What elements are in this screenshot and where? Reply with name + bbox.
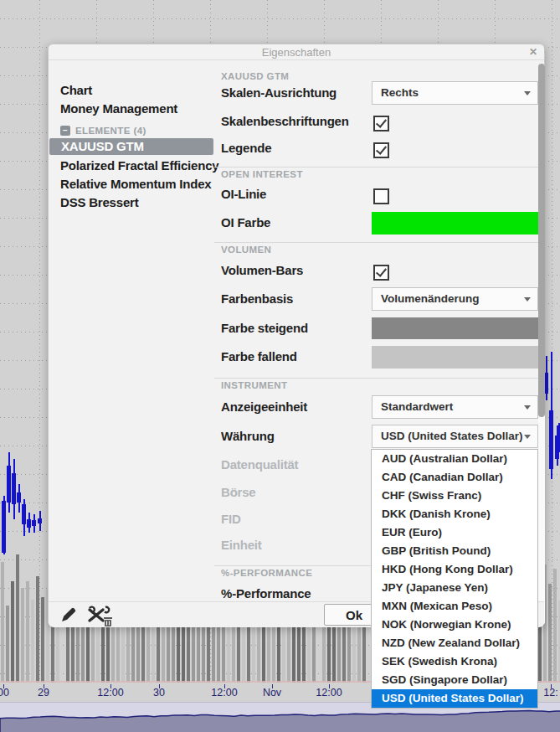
volume-bar <box>21 588 24 683</box>
currency-option[interactable]: HKD (Hong Kong Dollar) <box>372 560 537 579</box>
currency-option[interactable]: GBP (British Pound) <box>372 542 537 560</box>
label-fid: FID <box>221 511 241 528</box>
sidebar: Chart Money Management −ELEMENTE (4) XAU… <box>49 59 214 601</box>
axis-tick-label: 12:00 <box>211 687 237 698</box>
chevron-down-icon <box>524 435 531 439</box>
currency-option[interactable]: MXN (Mexican Peso) <box>372 597 537 616</box>
currency-option[interactable]: JPY (Japanese Yen) <box>372 579 537 597</box>
dropdown-waehrung[interactable]: USD (United States Dollar) <box>372 425 538 448</box>
dropdown-value: USD (United States Dollar) <box>381 425 523 447</box>
label-oi-farbe: OI Farbe <box>221 214 270 231</box>
candlestick-body <box>2 501 6 553</box>
candlestick-body <box>22 504 26 524</box>
gridline <box>552 0 552 683</box>
volume-bar <box>257 618 260 683</box>
candlestick-body <box>7 466 11 503</box>
close-icon[interactable]: ✕ <box>529 46 537 58</box>
section-header-instrument: INSTRUMENT <box>221 379 287 391</box>
label-oi-linie: OI-Linie <box>221 186 266 203</box>
volume-bar <box>31 600 34 683</box>
axis-tick-label: 12:00 <box>97 687 123 698</box>
label-farbenbasis: Farbenbasis <box>221 291 293 307</box>
volume-bar <box>1 562 4 683</box>
sidebar-group-label: ELEMENTE (4) <box>75 126 146 136</box>
gridline <box>0 18 560 19</box>
divider <box>214 167 538 168</box>
tools-delete-icon[interactable] <box>85 605 114 630</box>
currency-dropdown-list: AUD (Australian Dollar)CAD (Canadian Dol… <box>371 449 538 709</box>
checkbox-volumen-bars[interactable] <box>373 265 389 281</box>
color-swatch-farbe-steigend[interactable] <box>372 317 538 339</box>
currency-option[interactable]: CAD (Canadian Dollar) <box>372 468 537 487</box>
sidebar-item-dss-bressert[interactable]: DSS Bressert <box>49 193 214 212</box>
volume-bar <box>327 620 331 683</box>
label-waehrung: Währung <box>221 428 275 445</box>
label-skalenbeschriftungen: Skalenbeschriftungen <box>221 113 349 130</box>
collapse-icon[interactable]: − <box>60 126 70 136</box>
dropdown-skalen-ausrichtung[interactable]: Rechts <box>372 81 538 105</box>
color-swatch-farbe-fallend[interactable] <box>372 346 538 369</box>
sidebar-item-money-management[interactable]: Money Management <box>49 100 214 118</box>
volume-bar <box>36 576 39 683</box>
currency-option[interactable]: AUD (Australian Dollar) <box>372 450 537 468</box>
dialog-titlebar[interactable]: Eigenschaften ✕ <box>49 44 544 59</box>
currency-option[interactable]: NZD (New Zealand Dollar) <box>372 634 537 652</box>
volume-bar <box>26 581 29 683</box>
section-header-performance: %-PERFORMANCE <box>221 567 312 579</box>
volume-bar <box>292 619 295 683</box>
currency-option[interactable]: NOK (Norwegian Krone) <box>372 616 537 634</box>
sidebar-group-elemente[interactable]: −ELEMENTE (4) <box>49 124 214 136</box>
dropdown-anzeigeeinheit[interactable]: Standardwert <box>372 395 538 419</box>
axis-tick-label: 12: <box>543 687 557 698</box>
axis-tick-label: 12:00 <box>316 687 342 698</box>
volume-bar <box>11 581 14 683</box>
currency-option[interactable]: EUR (Euro) <box>372 523 537 542</box>
currency-option[interactable]: USD (United States Dollar) <box>372 689 537 708</box>
color-swatch-oi-farbe[interactable] <box>372 212 538 235</box>
currency-option[interactable]: SGD (Singapore Dollar) <box>372 671 537 689</box>
gridline <box>39 0 40 683</box>
volume-bar <box>227 620 230 683</box>
dropdown-farbenbasis[interactable]: Volumenänderung <box>372 287 538 311</box>
label-performance: %-Performance <box>221 585 311 602</box>
chevron-down-icon <box>524 297 531 302</box>
app-window: 002912:003012:00Nov12:0012: Eigenschafte… <box>0 0 560 732</box>
volume-bar <box>553 569 557 683</box>
volume-bar <box>247 618 250 683</box>
axis-tick-label: 00 <box>0 687 9 698</box>
divider <box>214 242 538 243</box>
sidebar-item-polarized-fractal-efficiency[interactable]: Polarized Fractal Efficiency <box>49 157 214 175</box>
candlestick-body <box>32 520 36 526</box>
sidebar-item-relative-momentum-index[interactable]: Relative Momentum Index <box>49 175 214 193</box>
dropdown-value: Standardwert <box>381 396 453 418</box>
volume-bar <box>6 606 9 683</box>
dialog-title: Eigenschaften <box>49 46 544 59</box>
chevron-down-icon <box>524 405 531 410</box>
currency-option[interactable]: CHF (Swiss Franc) <box>372 487 537 505</box>
candlestick-body <box>17 492 21 503</box>
currency-option[interactable]: SEK (Swedish Krona) <box>372 652 537 671</box>
scrollbar-thumb[interactable] <box>538 64 545 417</box>
edit-pencil-icon[interactable] <box>59 605 79 628</box>
checkbox-legende[interactable] <box>373 142 389 158</box>
volume-bar <box>347 619 351 683</box>
currency-option[interactable]: DKK (Danish Krone) <box>372 505 537 523</box>
label-legende: Legende <box>221 140 271 157</box>
sidebar-item-chart[interactable]: Chart <box>49 81 214 100</box>
label-farbe-steigend: Farbe steigend <box>221 320 308 337</box>
volume-bar <box>548 584 552 683</box>
section-header-element: XAUUSD GTM <box>221 70 289 82</box>
volume-bar <box>16 554 19 683</box>
section-header-volumen: VOLUMEN <box>221 244 271 255</box>
axis-tick-label: 29 <box>38 687 49 698</box>
candlestick-body <box>38 518 42 523</box>
label-volumen-bars: Volumen-Bars <box>221 262 303 279</box>
sidebar-item-xauusd-gtm[interactable]: XAUUSD GTM <box>49 138 213 155</box>
chevron-down-icon <box>524 91 531 95</box>
checkbox-oi-linie[interactable] <box>373 188 389 204</box>
dropdown-value: Volumenänderung <box>381 288 480 310</box>
candlestick-body <box>549 410 553 469</box>
label-anzeigeeinheit: Anzeigeeinheit <box>221 399 307 415</box>
axis-tick-label: Nov <box>263 687 281 698</box>
checkbox-skalenbeschriftungen[interactable] <box>373 116 389 131</box>
